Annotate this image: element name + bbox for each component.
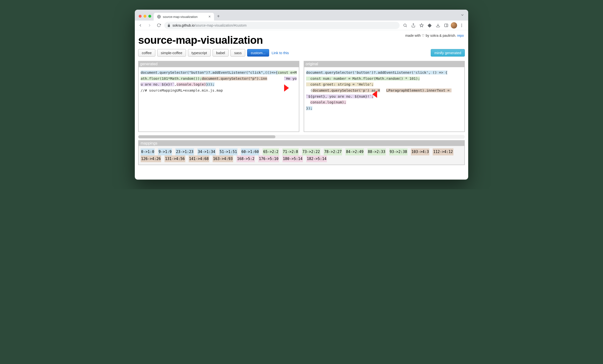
mapping-segment[interactable]: 168->5:2 [236, 155, 255, 163]
mapping-segment[interactable]: 73->2:22 [302, 148, 320, 155]
heart-icon: ♡ [422, 34, 425, 37]
search-icon[interactable] [402, 22, 409, 29]
generated-pane: generated document.querySelector("button… [138, 61, 299, 132]
reload-button[interactable] [155, 22, 162, 29]
mapping-segment[interactable]: 182->5:14 [306, 155, 327, 163]
babel-button[interactable]: babel [213, 49, 229, 57]
tab-close-button[interactable]: × [209, 15, 211, 19]
url-text: sokra.github.io/source-map-visualization… [173, 23, 397, 27]
tabs-chevron-down-icon[interactable] [461, 13, 464, 18]
globe-icon [157, 15, 161, 19]
minify-generated-button[interactable]: minify generated [431, 49, 465, 57]
mapping-segment[interactable]: 163->4:93 [213, 155, 233, 163]
original-code[interactable]: document.querySelector('button')?.addEve… [304, 67, 464, 131]
mappings-pane: mappings 0->1:09->1:923->1:2334->1:3451-… [138, 140, 465, 165]
mapping-segment[interactable]: 93->2:38 [389, 148, 407, 155]
svg-point-1 [404, 24, 406, 27]
mapping-segment[interactable]: 23->1:23 [175, 148, 194, 155]
credits: made with ♡ by sokra & paulirish. repo [405, 34, 464, 37]
lock-icon [167, 24, 171, 27]
mapping-segment[interactable]: 65->2:2 [263, 148, 279, 155]
downloads-icon[interactable] [434, 22, 442, 29]
mapping-segment[interactable]: 0->1:0 [141, 148, 155, 155]
mapping-segment[interactable]: 103->4:3 [411, 148, 429, 155]
preset-buttons: coffee simple-coffee typescript babel sa… [138, 49, 465, 57]
mappings-header: mappings [139, 141, 464, 146]
close-window-button[interactable] [139, 15, 141, 18]
simple-coffee-button[interactable]: simple-coffee [157, 49, 186, 57]
mapping-segment[interactable]: 9->1:9 [158, 148, 172, 155]
scrollbar-thumb[interactable] [138, 135, 275, 138]
mapping-segment[interactable]: 180->5:14 [282, 155, 303, 163]
back-button[interactable] [137, 22, 144, 29]
forward-button[interactable] [146, 22, 153, 29]
mapping-segment[interactable]: 51->1:51 [219, 148, 237, 155]
address-bar[interactable]: sokra.github.io/source-map-visualization… [164, 22, 400, 29]
svg-point-8 [462, 24, 462, 24]
mapping-segment[interactable]: 112->4:12 [433, 148, 453, 155]
browser-window: source-map-visualization × + sokra.githu… [135, 10, 468, 180]
browser-tab[interactable]: source-map-visualization × [154, 13, 214, 21]
mapping-segment[interactable]: 176->5:10 [258, 155, 279, 163]
profile-avatar[interactable] [451, 22, 457, 29]
mapping-segment[interactable]: 34->1:34 [197, 148, 216, 155]
svg-rect-6 [444, 24, 448, 27]
toolbar-right [402, 22, 466, 29]
share-icon[interactable] [410, 22, 417, 29]
new-tab-button[interactable]: + [214, 12, 223, 21]
mapping-segment[interactable]: 71->2:8 [282, 148, 299, 155]
code-panes: generated document.querySelector("button… [138, 61, 465, 132]
mappings-body[interactable]: 0->1:09->1:923->1:2334->1:3451->1:5160->… [139, 146, 464, 164]
link-to-this[interactable]: Link to this [272, 51, 289, 55]
mapping-segment[interactable]: 141->4:68 [189, 155, 209, 163]
tab-strip: source-map-visualization × + [135, 10, 468, 21]
typescript-button[interactable]: typescript [188, 49, 211, 57]
svg-point-10 [462, 26, 462, 27]
window-controls [137, 15, 154, 21]
sass-button[interactable]: sass [231, 49, 245, 57]
mapping-segment[interactable]: 60->1:60 [241, 148, 259, 155]
arrow-right-icon [275, 70, 300, 106]
extensions-icon[interactable] [426, 22, 433, 29]
mapping-segment[interactable]: 78->2:27 [324, 148, 342, 155]
custom-button[interactable]: custom... [247, 49, 269, 57]
minimize-window-button[interactable] [143, 15, 146, 18]
generated-code[interactable]: document.querySelector("button")?.addEve… [139, 67, 299, 114]
maximize-window-button[interactable] [148, 15, 151, 18]
mapping-segment[interactable]: 84->2:49 [346, 148, 364, 155]
svg-line-2 [406, 26, 406, 27]
repo-link[interactable]: repo [457, 34, 464, 37]
generated-header: generated [139, 61, 299, 67]
browser-toolbar: sokra.github.io/source-map-visualization… [135, 21, 468, 30]
page-content: made with ♡ by sokra & paulirish. repo s… [135, 30, 468, 180]
svg-point-9 [462, 25, 462, 26]
mapping-segment[interactable]: 131->4:56 [164, 155, 185, 163]
tab-title: source-map-visualization [163, 15, 198, 19]
menu-icon[interactable] [458, 22, 465, 29]
side-panel-icon[interactable] [443, 22, 450, 29]
mapping-segment[interactable]: 126->4:26 [141, 155, 161, 163]
original-header: original [304, 61, 464, 67]
arrow-left-icon [372, 76, 397, 112]
bookmark-star-icon[interactable] [418, 22, 425, 29]
horizontal-scrollbar[interactable] [138, 135, 465, 139]
mapping-segment[interactable]: 88->2:33 [368, 148, 386, 155]
svg-marker-4 [420, 23, 424, 27]
original-pane: original document.querySelector('button'… [304, 61, 465, 132]
coffee-button[interactable]: coffee [138, 49, 155, 57]
